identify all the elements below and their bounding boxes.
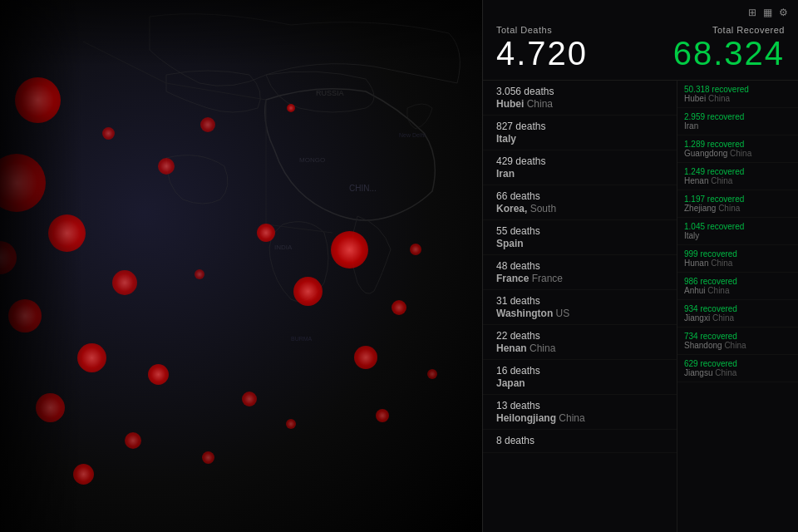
rec-count: 2.959 recovered xyxy=(684,112,791,121)
deaths-count: 13 deaths xyxy=(496,400,585,411)
deaths-count: 16 deaths xyxy=(496,365,540,377)
deaths-value: 4.720 xyxy=(496,37,641,70)
map-svg: RUSSIA MONGO CHIN... INDIA New Delhi BUR… xyxy=(0,0,482,532)
rec-count: 1.289 recovered xyxy=(684,140,791,149)
deaths-item-left: 48 deaths France France xyxy=(496,260,563,284)
infection-dot xyxy=(195,269,204,279)
deaths-list-item: 22 deaths Henan China xyxy=(483,325,677,360)
recovered-list-item: 1.197 recovered Zhejiang China xyxy=(677,190,798,218)
rec-count: 629 recovered xyxy=(684,359,791,368)
deaths-location: Iran xyxy=(496,168,545,180)
deaths-item-left: 16 deaths Japan xyxy=(496,365,540,389)
svg-text:CHIN...: CHIN... xyxy=(349,184,377,193)
deaths-label: Total Deaths xyxy=(496,25,641,35)
recovered-list-item: 1.289 recovered Guangdong China xyxy=(677,135,798,163)
deaths-item-left: 3.056 deaths Hubei China xyxy=(496,86,554,110)
map-background: RUSSIA MONGO CHIN... INDIA New Delhi BUR… xyxy=(0,0,482,532)
rec-location: Iran xyxy=(684,121,791,131)
infection-dot xyxy=(125,432,141,449)
infection-dot xyxy=(102,127,115,140)
rec-count: 934 recovered xyxy=(684,304,791,313)
recovered-list-item: 986 recovered Anhui China xyxy=(677,273,798,300)
recovered-label: Total Recovered xyxy=(641,25,786,35)
deaths-item-left: 13 deaths Heilongjiang China xyxy=(496,400,585,424)
deaths-item-left: 31 deaths Washington US xyxy=(496,295,569,319)
recovered-list-item: 999 recovered Hunan China xyxy=(677,245,798,273)
rec-location: Hubei China xyxy=(684,94,791,103)
svg-text:MONGO: MONGO xyxy=(299,156,325,164)
recovered-value: 68.324 xyxy=(641,37,786,70)
rec-location: Hunan China xyxy=(684,259,791,268)
infection-dot xyxy=(48,214,86,252)
list-icon[interactable]: ▦ xyxy=(763,7,772,18)
deaths-item-left: 8 deaths xyxy=(496,435,534,447)
recovered-list-item: 934 recovered Jiangxi China xyxy=(677,300,798,328)
infection-dot xyxy=(158,158,175,175)
svg-text:BURMA: BURMA xyxy=(291,336,313,342)
deaths-location: Washington US xyxy=(496,308,569,319)
grid-icon[interactable]: ⊞ xyxy=(748,7,756,18)
rec-location: Italy xyxy=(684,231,791,240)
infection-dot xyxy=(286,419,296,429)
deaths-location: France France xyxy=(496,273,563,284)
deaths-count: 66 deaths xyxy=(496,190,556,202)
recovered-list-item: 1.249 recovered Henan China xyxy=(677,163,798,190)
deaths-list-item: 16 deaths Japan xyxy=(483,360,677,395)
svg-line-0 xyxy=(83,42,166,83)
infection-dot xyxy=(427,369,437,379)
infection-dot xyxy=(293,277,323,306)
infection-dot xyxy=(242,392,257,406)
rec-location: Shandong China xyxy=(684,341,791,350)
rec-location: Zhejiang China xyxy=(684,204,791,213)
deaths-location: Heilongjiang China xyxy=(496,412,585,424)
deaths-count: 22 deaths xyxy=(496,330,555,342)
stats-header: Total Deaths 4.720 Total Recovered 68.32… xyxy=(483,25,798,81)
deaths-item-left: 55 deaths Spain xyxy=(496,225,540,249)
deaths-location: Italy xyxy=(496,133,545,145)
infection-dot xyxy=(148,364,169,385)
infection-dot xyxy=(257,224,275,242)
recovered-list-item: 1.045 recovered Italy xyxy=(677,218,798,245)
deaths-list-item: 827 deaths Italy xyxy=(483,116,677,150)
deaths-count: 31 deaths xyxy=(496,295,569,307)
rec-count: 986 recovered xyxy=(684,277,791,286)
svg-text:INDIA: INDIA xyxy=(274,244,293,251)
recovered-stat: Total Recovered 68.324 xyxy=(641,25,786,70)
rec-location: Guangdong China xyxy=(684,149,791,158)
infection-dot xyxy=(287,104,295,112)
infection-dot xyxy=(410,244,421,255)
rec-count: 1.045 recovered xyxy=(684,222,791,231)
deaths-list-item: 31 deaths Washington US xyxy=(483,290,677,325)
infection-dot xyxy=(392,300,406,315)
deaths-list-item: 55 deaths Spain xyxy=(483,220,677,255)
deaths-count: 429 deaths xyxy=(496,155,545,167)
top-bar: ⊞ ▦ ⚙ xyxy=(483,0,798,25)
recovered-list-item: 629 recovered Jiangsu China xyxy=(677,355,798,382)
rec-count: 1.197 recovered xyxy=(684,195,791,204)
deaths-list-item: 429 deaths Iran xyxy=(483,150,677,185)
deaths-count: 55 deaths xyxy=(496,225,540,237)
deaths-item-left: 827 deaths Italy xyxy=(496,121,545,145)
infection-dot xyxy=(202,451,214,464)
rec-location: Jiangsu China xyxy=(684,368,791,377)
deaths-count: 3.056 deaths xyxy=(496,86,554,97)
deaths-location: Hubei China xyxy=(496,98,554,110)
deaths-list-item: 8 deaths xyxy=(483,430,677,453)
deaths-count: 48 deaths xyxy=(496,260,563,272)
infection-dot xyxy=(354,346,377,369)
infection-dot xyxy=(36,393,65,422)
deaths-list-item: 3.056 deaths Hubei China xyxy=(483,81,677,116)
infection-dot xyxy=(77,343,106,372)
deaths-item-left: 22 deaths Henan China xyxy=(496,330,555,354)
rec-count: 999 recovered xyxy=(684,249,791,259)
rec-location: Jiangxi China xyxy=(684,313,791,323)
infection-dot xyxy=(8,299,42,332)
rec-location: Anhui China xyxy=(684,286,791,295)
settings-icon[interactable]: ⚙ xyxy=(779,7,788,18)
deaths-item-left: 66 deaths Korea, South xyxy=(496,190,556,214)
deaths-item-left: 429 deaths Iran xyxy=(496,155,545,180)
rec-count: 50.318 recovered xyxy=(684,85,791,94)
rec-count: 734 recovered xyxy=(684,332,791,341)
deaths-stat: Total Deaths 4.720 xyxy=(496,25,641,70)
deaths-count: 827 deaths xyxy=(496,121,545,132)
